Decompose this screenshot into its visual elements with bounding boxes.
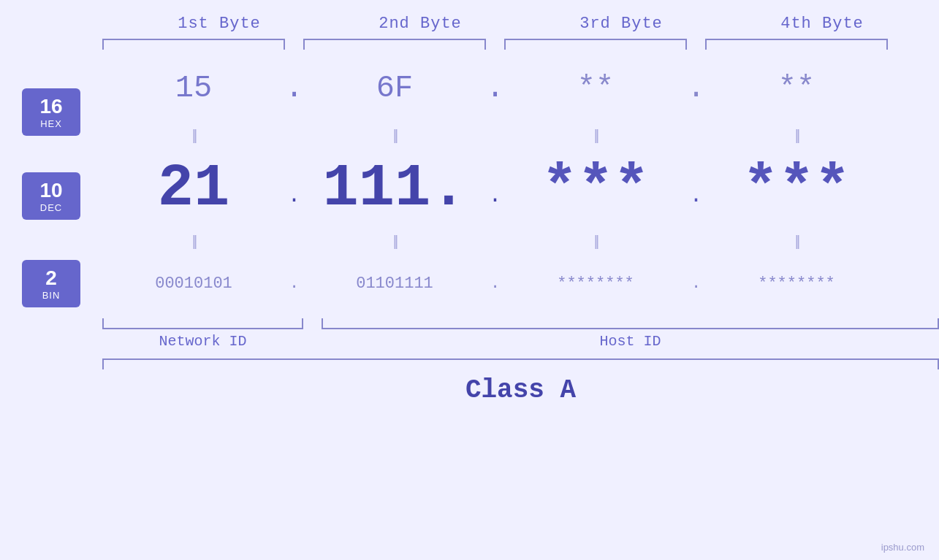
- host-bracket: [322, 318, 939, 329]
- dec-val3: ***: [504, 155, 687, 223]
- values-area: 15 . 6F . ** . ** || || || || 21: [102, 53, 939, 405]
- byte3-label: 3rd Byte: [579, 15, 663, 33]
- dec-sep3: .: [687, 183, 705, 208]
- hex-badge-wrapper: 16 HEX: [22, 75, 80, 148]
- hex-label: HEX: [40, 118, 62, 129]
- bin-val4: ********: [705, 275, 888, 293]
- bin-number: 2: [45, 266, 57, 290]
- id-label-row: Network ID Host ID: [102, 333, 939, 350]
- class-label: Class A: [102, 375, 939, 405]
- dec-val2: 111.: [303, 155, 486, 223]
- watermark: ipshu.com: [881, 542, 924, 553]
- byte4-header: 4th Byte: [722, 15, 923, 33]
- bin-sep2: .: [486, 275, 504, 293]
- bin-badge: 2 BIN: [22, 260, 80, 307]
- dec-label: DEC: [40, 202, 62, 213]
- equals-row1: || || || ||: [102, 123, 939, 148]
- byte1-label: 1st Byte: [178, 15, 261, 33]
- bin-row: 00010101 . 01101111 . ******** . *******…: [102, 254, 939, 312]
- bracket-gap2: [486, 39, 504, 50]
- bin-sep1: .: [285, 275, 303, 293]
- dec-val4: ***: [705, 155, 888, 223]
- eq1-col4: ||: [705, 127, 888, 144]
- bracket-byte4: [705, 39, 888, 50]
- byte2-label: 2nd Byte: [379, 15, 462, 33]
- hex-sep1: .: [285, 71, 303, 106]
- hex-sep3: .: [687, 71, 705, 106]
- eq1-col3: ||: [504, 127, 687, 144]
- hex-val2: 6F: [303, 71, 486, 106]
- byte4-label: 4th Byte: [780, 15, 864, 33]
- byte1-header: 1st Byte: [119, 15, 320, 33]
- class-section: Class A: [102, 358, 939, 405]
- main-container: 1st Byte 2nd Byte 3rd Byte 4th Byte 16 H…: [0, 0, 939, 560]
- dec-row: 21 . 111. . *** . ***: [102, 148, 939, 229]
- dec-badge: 10 DEC: [22, 172, 80, 220]
- badges-area: 16 HEX 10 DEC 2 BIN: [0, 53, 102, 405]
- eq2-col3: ||: [504, 233, 687, 250]
- byte2-header: 2nd Byte: [320, 15, 521, 33]
- bin-val2: 01101111: [303, 275, 486, 293]
- header-row: 1st Byte 2nd Byte 3rd Byte 4th Byte: [0, 0, 939, 33]
- dec-number: 10: [39, 179, 62, 202]
- dec-sep2: .: [486, 183, 504, 208]
- equals-row2: || || || ||: [102, 229, 939, 254]
- hex-val1: 15: [102, 71, 285, 106]
- eq2-col2: ||: [303, 233, 486, 250]
- bracket-byte1: [102, 39, 285, 50]
- dec-sep1: .: [285, 183, 303, 208]
- class-bracket: [102, 358, 939, 369]
- eq1-col2: ||: [303, 127, 486, 144]
- bin-sep3: .: [687, 275, 705, 293]
- hex-val3: **: [504, 71, 687, 106]
- byte3-header: 3rd Byte: [521, 15, 722, 33]
- network-id-label: Network ID: [102, 333, 303, 350]
- bracket-byte3: [504, 39, 687, 50]
- bin-val3: ********: [504, 275, 687, 293]
- bin-val1: 00010101: [102, 275, 285, 293]
- bin-badge-wrapper: 2 BIN: [22, 243, 80, 323]
- bin-label: BIN: [42, 290, 61, 301]
- hex-badge: 16 HEX: [22, 88, 80, 136]
- hex-row: 15 . 6F . ** . **: [102, 53, 939, 123]
- hex-val4: **: [705, 71, 888, 106]
- full-layout: 16 HEX 10 DEC 2 BIN 15: [0, 53, 939, 405]
- host-id-label: Host ID: [322, 333, 939, 350]
- hex-sep2: .: [486, 71, 504, 106]
- dec-badge-wrapper: 10 DEC: [22, 148, 80, 243]
- top-brackets: [102, 39, 939, 50]
- eq1-col1: ||: [102, 127, 285, 144]
- bracket-byte2: [303, 39, 486, 50]
- bottom-brackets: [102, 318, 939, 329]
- network-bracket: [102, 318, 303, 329]
- bracket-separator: [303, 318, 322, 329]
- bracket-gap1: [285, 39, 303, 50]
- hex-number: 16: [39, 95, 62, 118]
- label-gap: [303, 333, 322, 350]
- bracket-gap3: [687, 39, 705, 50]
- dec-val1: 21: [102, 155, 285, 223]
- eq2-col1: ||: [102, 233, 285, 250]
- eq2-col4: ||: [705, 233, 888, 250]
